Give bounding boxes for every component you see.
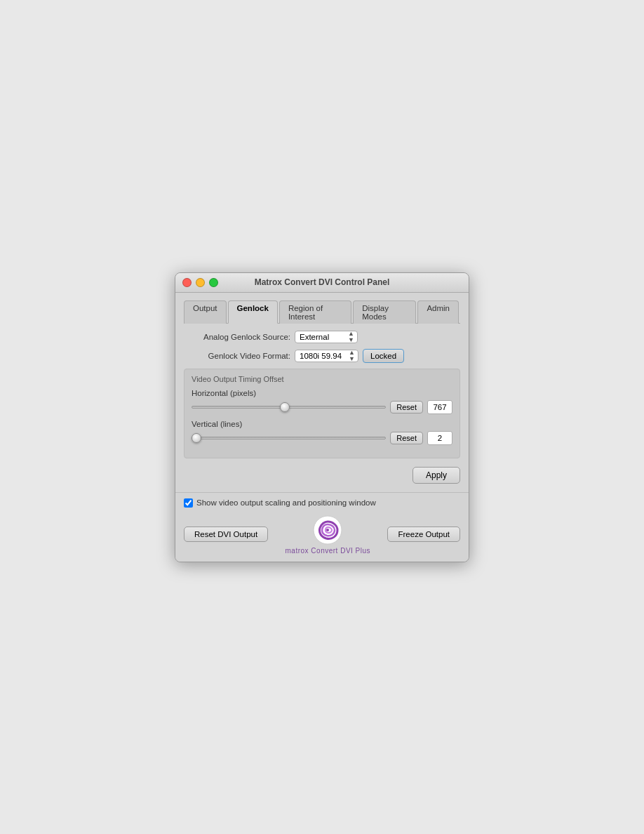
window-controls	[182, 278, 218, 287]
main-window: Matrox Convert DVI Control Panel Output …	[175, 272, 469, 562]
logo-text: matrox Convert DVI Plus	[286, 547, 371, 555]
tab-output[interactable]: Output	[184, 300, 227, 324]
vertical-controls: Reset	[192, 431, 452, 445]
titlebar: Matrox Convert DVI Control Panel	[175, 273, 469, 293]
horizontal-slider-row: Horizontal (pixels) Reset	[192, 389, 452, 414]
tab-region-of-interest[interactable]: Region of Interest	[279, 300, 351, 324]
vertical-value-input[interactable]	[427, 431, 452, 445]
video-format-select[interactable]: 1080i 59.94 1080i 50 720p 59.94 720p 50	[300, 352, 355, 360]
video-format-select-wrapper: 1080i 59.94 1080i 50 720p 59.94 720p 50 …	[295, 350, 358, 362]
tab-admin[interactable]: Admin	[417, 300, 459, 324]
horizontal-reset-button[interactable]: Reset	[390, 401, 423, 413]
apply-button[interactable]: Apply	[412, 467, 460, 484]
tab-bar: Output Genlock Region of Interest Displa…	[184, 300, 460, 324]
vertical-reset-button[interactable]: Reset	[390, 432, 423, 444]
main-content: Output Genlock Region of Interest Displa…	[175, 293, 469, 492]
horizontal-value-input[interactable]	[427, 400, 452, 414]
tab-display-modes[interactable]: Display Modes	[353, 300, 416, 324]
matrox-logo-icon	[312, 515, 343, 545]
vertical-slider-row: Vertical (lines) Reset	[192, 420, 452, 445]
checkbox-row: Show video output scaling and positionin…	[184, 498, 460, 508]
vertical-slider-track[interactable]	[192, 437, 386, 439]
timing-section-title: Video Output Timing Offset	[192, 375, 452, 383]
window-title: Matrox Convert DVI Control Panel	[255, 277, 390, 287]
vertical-slider-thumb[interactable]	[192, 433, 201, 443]
vertical-label: Vertical (lines)	[192, 420, 452, 428]
freeze-output-button[interactable]: Freeze Output	[387, 527, 460, 542]
reset-dvi-button[interactable]: Reset DVI Output	[184, 527, 268, 542]
maximize-button[interactable]	[209, 278, 218, 287]
horizontal-controls: Reset	[192, 400, 452, 414]
video-format-label: Genlock Video Format:	[184, 352, 290, 360]
show-scaling-checkbox[interactable]	[184, 498, 193, 508]
timing-offset-section: Video Output Timing Offset Horizontal (p…	[184, 369, 460, 458]
checkbox-label: Show video output scaling and positionin…	[196, 498, 376, 507]
horizontal-slider-track[interactable]	[192, 406, 386, 409]
analog-source-row: Analog Genlock Source: External Internal…	[184, 331, 460, 343]
svg-point-1	[326, 529, 329, 531]
apply-row: Apply	[184, 467, 460, 484]
analog-source-select[interactable]: External Internal	[300, 333, 354, 341]
minimize-button[interactable]	[196, 278, 205, 287]
locked-button[interactable]: Locked	[363, 349, 404, 363]
bottom-area: Show video output scaling and positionin…	[175, 492, 469, 562]
logo-area: matrox Convert DVI Plus	[286, 515, 371, 555]
horizontal-slider-thumb[interactable]	[280, 402, 290, 412]
tab-genlock[interactable]: Genlock	[228, 300, 278, 324]
analog-source-select-wrapper: External Internal ▲▼	[295, 331, 358, 343]
footer-row: Reset DVI Output matrox Convert DVI Plus…	[184, 515, 460, 555]
horizontal-label: Horizontal (pixels)	[192, 389, 452, 397]
analog-source-label: Analog Genlock Source:	[184, 333, 290, 341]
video-format-row: Genlock Video Format: 1080i 59.94 1080i …	[184, 349, 460, 363]
close-button[interactable]	[182, 278, 192, 287]
